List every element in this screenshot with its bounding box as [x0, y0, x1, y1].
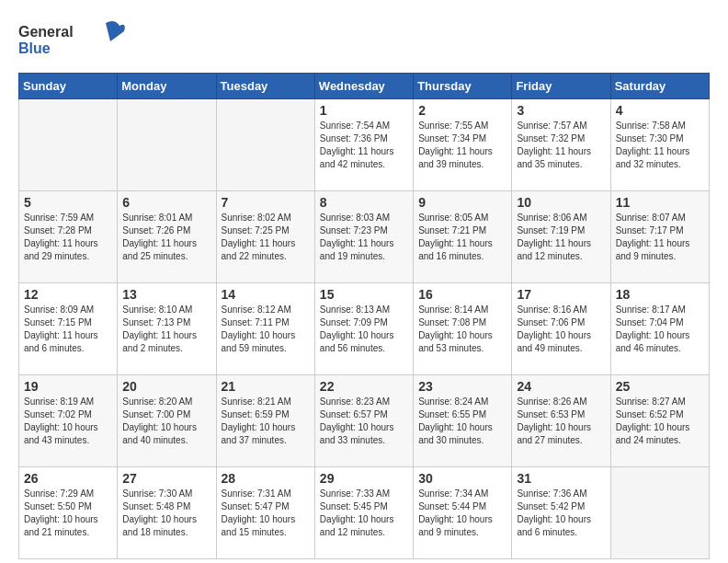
day-number-11: 11	[616, 195, 704, 210]
day-number-27: 27	[122, 471, 210, 486]
day-info-22: Sunrise: 8:23 AM Sunset: 6:57 PM Dayligh…	[320, 396, 408, 447]
day-info-16: Sunrise: 8:14 AM Sunset: 7:08 PM Dayligh…	[418, 304, 506, 355]
logo: General Blue	[18, 18, 129, 63]
day-info-23: Sunrise: 8:24 AM Sunset: 6:55 PM Dayligh…	[418, 396, 506, 447]
day-number-19: 19	[24, 379, 112, 394]
day-number-25: 25	[616, 379, 704, 394]
day-info-27: Sunrise: 7:30 AM Sunset: 5:48 PM Dayligh…	[122, 488, 210, 539]
day-info-2: Sunrise: 7:55 AM Sunset: 7:34 PM Dayligh…	[418, 120, 506, 171]
day-number-7: 7	[222, 195, 310, 210]
empty-cell	[610, 467, 709, 559]
day-cell-7: 7Sunrise: 8:02 AM Sunset: 7:25 PM Daylig…	[216, 191, 314, 283]
day-number-12: 12	[24, 287, 112, 302]
day-info-8: Sunrise: 8:03 AM Sunset: 7:23 PM Dayligh…	[320, 212, 408, 263]
day-info-3: Sunrise: 7:57 AM Sunset: 7:32 PM Dayligh…	[517, 120, 605, 171]
page-header: General Blue	[18, 18, 710, 63]
day-number-18: 18	[616, 287, 704, 302]
day-number-26: 26	[24, 471, 112, 486]
day-cell-30: 30Sunrise: 7:34 AM Sunset: 5:44 PM Dayli…	[414, 467, 512, 559]
day-cell-20: 20Sunrise: 8:20 AM Sunset: 7:00 PM Dayli…	[118, 375, 216, 467]
day-header-tuesday: Tuesday	[216, 74, 314, 99]
day-header-sunday: Sunday	[19, 74, 118, 99]
day-cell-22: 22Sunrise: 8:23 AM Sunset: 6:57 PM Dayli…	[314, 375, 413, 467]
day-info-25: Sunrise: 8:27 AM Sunset: 6:52 PM Dayligh…	[616, 396, 704, 447]
day-info-30: Sunrise: 7:34 AM Sunset: 5:44 PM Dayligh…	[418, 488, 506, 539]
day-number-22: 22	[320, 379, 408, 394]
day-cell-17: 17Sunrise: 8:16 AM Sunset: 7:06 PM Dayli…	[512, 283, 610, 375]
day-cell-9: 9Sunrise: 8:05 AM Sunset: 7:21 PM Daylig…	[414, 191, 512, 283]
day-cell-13: 13Sunrise: 8:10 AM Sunset: 7:13 PM Dayli…	[118, 283, 216, 375]
days-header-row: SundayMondayTuesdayWednesdayThursdayFrid…	[19, 74, 710, 99]
day-cell-3: 3Sunrise: 7:57 AM Sunset: 7:32 PM Daylig…	[512, 99, 610, 191]
day-cell-23: 23Sunrise: 8:24 AM Sunset: 6:55 PM Dayli…	[414, 375, 512, 467]
day-cell-1: 1Sunrise: 7:54 AM Sunset: 7:36 PM Daylig…	[314, 99, 413, 191]
day-cell-14: 14Sunrise: 8:12 AM Sunset: 7:11 PM Dayli…	[216, 283, 314, 375]
day-number-30: 30	[418, 471, 506, 486]
day-info-1: Sunrise: 7:54 AM Sunset: 7:36 PM Dayligh…	[320, 120, 408, 171]
calendar-table: SundayMondayTuesdayWednesdayThursdayFrid…	[18, 73, 710, 559]
logo-general-text: General Blue	[18, 18, 129, 63]
day-number-21: 21	[222, 379, 310, 394]
svg-text:General: General	[18, 24, 74, 40]
day-number-24: 24	[517, 379, 605, 394]
day-number-1: 1	[320, 103, 408, 118]
empty-cell	[118, 99, 216, 191]
day-cell-18: 18Sunrise: 8:17 AM Sunset: 7:04 PM Dayli…	[610, 283, 709, 375]
day-cell-28: 28Sunrise: 7:31 AM Sunset: 5:47 PM Dayli…	[216, 467, 314, 559]
day-header-saturday: Saturday	[610, 74, 709, 99]
day-number-14: 14	[222, 287, 310, 302]
week-row-2: 5Sunrise: 7:59 AM Sunset: 7:28 PM Daylig…	[19, 191, 710, 283]
day-number-3: 3	[517, 103, 605, 118]
day-number-20: 20	[122, 379, 210, 394]
empty-cell	[216, 99, 314, 191]
day-cell-26: 26Sunrise: 7:29 AM Sunset: 5:50 PM Dayli…	[19, 467, 118, 559]
day-cell-29: 29Sunrise: 7:33 AM Sunset: 5:45 PM Dayli…	[314, 467, 413, 559]
day-info-17: Sunrise: 8:16 AM Sunset: 7:06 PM Dayligh…	[517, 304, 605, 355]
day-info-13: Sunrise: 8:10 AM Sunset: 7:13 PM Dayligh…	[122, 304, 210, 355]
day-number-2: 2	[418, 103, 506, 118]
day-cell-27: 27Sunrise: 7:30 AM Sunset: 5:48 PM Dayli…	[118, 467, 216, 559]
day-number-23: 23	[418, 379, 506, 394]
day-cell-10: 10Sunrise: 8:06 AM Sunset: 7:19 PM Dayli…	[512, 191, 610, 283]
day-cell-15: 15Sunrise: 8:13 AM Sunset: 7:09 PM Dayli…	[314, 283, 413, 375]
day-number-17: 17	[517, 287, 605, 302]
day-info-18: Sunrise: 8:17 AM Sunset: 7:04 PM Dayligh…	[616, 304, 704, 355]
day-info-19: Sunrise: 8:19 AM Sunset: 7:02 PM Dayligh…	[24, 396, 112, 447]
day-number-28: 28	[222, 471, 310, 486]
day-cell-24: 24Sunrise: 8:26 AM Sunset: 6:53 PM Dayli…	[512, 375, 610, 467]
day-header-thursday: Thursday	[414, 74, 512, 99]
day-cell-8: 8Sunrise: 8:03 AM Sunset: 7:23 PM Daylig…	[314, 191, 413, 283]
day-info-21: Sunrise: 8:21 AM Sunset: 6:59 PM Dayligh…	[222, 396, 310, 447]
day-number-16: 16	[418, 287, 506, 302]
day-number-31: 31	[517, 471, 605, 486]
day-cell-11: 11Sunrise: 8:07 AM Sunset: 7:17 PM Dayli…	[610, 191, 709, 283]
svg-text:Blue: Blue	[18, 40, 51, 56]
day-info-15: Sunrise: 8:13 AM Sunset: 7:09 PM Dayligh…	[320, 304, 408, 355]
day-cell-31: 31Sunrise: 7:36 AM Sunset: 5:42 PM Dayli…	[512, 467, 610, 559]
day-info-6: Sunrise: 8:01 AM Sunset: 7:26 PM Dayligh…	[122, 212, 210, 263]
day-info-26: Sunrise: 7:29 AM Sunset: 5:50 PM Dayligh…	[24, 488, 112, 539]
day-cell-2: 2Sunrise: 7:55 AM Sunset: 7:34 PM Daylig…	[414, 99, 512, 191]
day-cell-4: 4Sunrise: 7:58 AM Sunset: 7:30 PM Daylig…	[610, 99, 709, 191]
day-header-friday: Friday	[512, 74, 610, 99]
day-cell-16: 16Sunrise: 8:14 AM Sunset: 7:08 PM Dayli…	[414, 283, 512, 375]
empty-cell	[19, 99, 118, 191]
day-cell-6: 6Sunrise: 8:01 AM Sunset: 7:26 PM Daylig…	[118, 191, 216, 283]
day-info-28: Sunrise: 7:31 AM Sunset: 5:47 PM Dayligh…	[222, 488, 310, 539]
week-row-5: 26Sunrise: 7:29 AM Sunset: 5:50 PM Dayli…	[19, 467, 710, 559]
day-number-9: 9	[418, 195, 506, 210]
week-row-3: 12Sunrise: 8:09 AM Sunset: 7:15 PM Dayli…	[19, 283, 710, 375]
day-number-29: 29	[320, 471, 408, 486]
day-info-31: Sunrise: 7:36 AM Sunset: 5:42 PM Dayligh…	[517, 488, 605, 539]
day-number-13: 13	[122, 287, 210, 302]
day-info-29: Sunrise: 7:33 AM Sunset: 5:45 PM Dayligh…	[320, 488, 408, 539]
day-info-11: Sunrise: 8:07 AM Sunset: 7:17 PM Dayligh…	[616, 212, 704, 263]
day-info-5: Sunrise: 7:59 AM Sunset: 7:28 PM Dayligh…	[24, 212, 112, 263]
week-row-1: 1Sunrise: 7:54 AM Sunset: 7:36 PM Daylig…	[19, 99, 710, 191]
day-info-7: Sunrise: 8:02 AM Sunset: 7:25 PM Dayligh…	[222, 212, 310, 263]
day-info-10: Sunrise: 8:06 AM Sunset: 7:19 PM Dayligh…	[517, 212, 605, 263]
day-header-wednesday: Wednesday	[314, 74, 413, 99]
day-info-20: Sunrise: 8:20 AM Sunset: 7:00 PM Dayligh…	[122, 396, 210, 447]
day-number-15: 15	[320, 287, 408, 302]
day-number-10: 10	[517, 195, 605, 210]
